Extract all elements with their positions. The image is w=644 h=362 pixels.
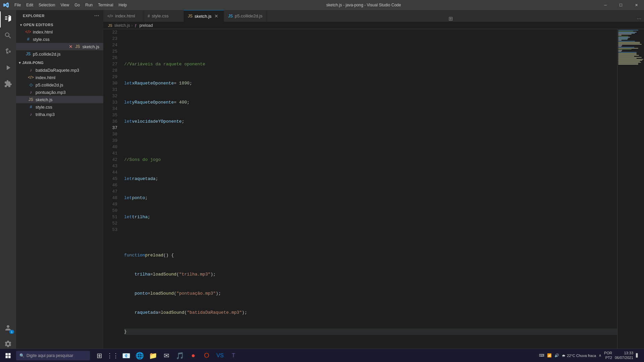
code-editor[interactable]: 22 23 24 25 26 27 28 29 30 31 32 33 34 3… — [103, 29, 644, 355]
menu-terminal[interactable]: Terminal — [95, 0, 116, 10]
file-style-css[interactable]: # style.css — [16, 103, 103, 111]
file-sketch-label: sketch.js — [36, 97, 53, 102]
taskbar-weather[interactable]: 🌧 22°C Chuva fraca — [560, 354, 597, 358]
file-batida-mp3[interactable]: ♪ batidaDaRaquete.mp3 — [16, 66, 103, 74]
code-line-36: raquetada = loadSound("batidaDaRaquete.m… — [124, 309, 617, 316]
folder-title: JAVA-PONG — [22, 61, 44, 65]
breadcrumb-section[interactable]: ƒ preload — [134, 23, 154, 28]
taskbar-mail-icon[interactable]: 📧 — [119, 349, 133, 362]
taskbar-mail2-icon[interactable]: ✉ — [160, 349, 173, 362]
ln-46: 46 — [103, 182, 117, 188]
taskbar-music-icon[interactable]: 🎵 — [173, 349, 186, 362]
taskbar-search[interactable]: 🔍 Digite aqui para pesquisar — [16, 351, 90, 360]
taskbar-teams-icon[interactable]: T — [227, 349, 240, 362]
explorer-title[interactable]: EXPLORER ··· — [16, 10, 103, 20]
css-sidebar-icon: # — [28, 104, 34, 110]
ln-40: 40 — [103, 144, 117, 150]
open-editor-sketch-js[interactable]: ✕ JS sketch.js — [16, 43, 103, 50]
vscode-icon — [0, 0, 12, 10]
open-editor-p5-label: p5.collide2d.js — [33, 52, 60, 57]
open-editor-p5-collide[interactable]: JS p5.collide2d.js — [16, 50, 103, 58]
extensions-icon[interactable] — [0, 76, 16, 92]
minimap-content — [618, 29, 644, 355]
code-content[interactable]: //Variáveis da raquete oponente let xRaq… — [120, 29, 617, 355]
ln-34: 34 — [103, 106, 117, 112]
ln-42: 42 — [103, 157, 117, 163]
editor-more-icon[interactable]: ··· — [634, 16, 644, 22]
menu-edit[interactable]: Edit — [23, 0, 36, 10]
file-index-html[interactable]: </> index.html — [16, 74, 103, 81]
explorer-icon[interactable] — [0, 11, 16, 27]
taskbar-edge-icon[interactable]: 🌐 — [133, 349, 146, 362]
tab-sketch-js[interactable]: JS sketch.js ✕ — [184, 10, 224, 22]
menu-run[interactable]: Run — [83, 0, 95, 10]
menu-help[interactable]: Help — [116, 0, 130, 10]
tab-style-css[interactable]: # style.css — [144, 10, 184, 22]
taskbar-chevron-icon[interactable]: ∧ — [597, 353, 603, 358]
taskbar-folder-icon[interactable]: 📁 — [146, 349, 160, 362]
source-control-icon[interactable] — [0, 44, 16, 60]
file-pontuacao-mp3[interactable]: ♪ pontuação.mp3 — [16, 88, 103, 96]
tab-js-icon: JS — [188, 14, 193, 18]
sketch-js-dirty-icon[interactable]: ✕ — [68, 44, 73, 49]
mp3-icon-pontuacao: ♪ — [28, 89, 34, 95]
search-activity-icon[interactable] — [0, 27, 16, 44]
folder-icon: </> — [28, 75, 34, 80]
ln-38: 38 — [103, 131, 117, 137]
taskbar-search-text: Digite aqui para pesquisar — [26, 353, 73, 358]
tab-p5-collide[interactable]: JS p5.collide2d.js — [224, 10, 267, 22]
editor-layout-icon[interactable]: ⊞ — [446, 15, 455, 22]
accounts-icon[interactable]: 1 — [0, 320, 16, 336]
folder-header[interactable]: ▾ JAVA-PONG — [16, 59, 103, 66]
taskbar-language[interactable]: POR PT2 — [603, 351, 613, 360]
start-button[interactable] — [1, 349, 15, 362]
menu-file[interactable]: File — [12, 0, 23, 10]
tab-index-html[interactable]: </> index.html — [103, 10, 144, 22]
menu-view[interactable]: View — [58, 0, 72, 10]
activity-bar-bottom: 1 — [0, 320, 16, 352]
taskbar-clock[interactable]: 13:33 06/07/2021 — [613, 351, 635, 360]
ln-47: 47 — [103, 188, 117, 195]
taskbar-chrome-icon[interactable]: ● — [186, 349, 200, 362]
folder-section: ▾ JAVA-PONG ♪ batidaDaRaquete.mp3 </> in… — [16, 59, 103, 118]
tab-close-sketch-js[interactable]: ✕ — [214, 13, 218, 19]
menu-selection[interactable]: Selection — [36, 0, 58, 10]
open-editor-index-html[interactable]: </> index.html — [16, 28, 103, 36]
taskbar-temp: 22°C Chuva fraca — [567, 354, 596, 358]
file-sketch-js[interactable]: JS sketch.js — [16, 96, 103, 103]
taskbar-view-icon[interactable]: ⊞ — [93, 349, 106, 362]
ln-28: 28 — [103, 67, 117, 74]
menu-go[interactable]: Go — [72, 0, 83, 10]
code-line-31: let trilha; — [124, 214, 617, 220]
taskbar-volume-icon[interactable]: 🔊 — [553, 353, 560, 358]
open-editors-section: ▾ OPEN EDITORS </> index.html # style.cs… — [16, 20, 103, 58]
file-p5-collide[interactable]: ◇ p5.collide2d.js — [16, 81, 103, 88]
taskbar-lang-bottom: PT2 — [604, 356, 612, 360]
open-editor-style-css[interactable]: # style.css — [16, 36, 103, 43]
taskbar-apps-icon[interactable]: ⋮⋮ — [106, 349, 119, 362]
taskbar-keyboard-icon[interactable]: ⌨ — [538, 353, 546, 358]
explorer-more-icon[interactable]: ··· — [94, 13, 99, 19]
taskbar-icons: ⊞ ⋮⋮ 📧 🌐 📁 ✉ 🎵 ● O VS T — [93, 349, 240, 362]
ln-49: 49 — [103, 201, 117, 207]
ln-48: 48 — [103, 195, 117, 201]
minimize-button[interactable]: ─ — [598, 0, 613, 10]
taskbar-network-icon[interactable]: 📶 — [546, 353, 553, 358]
open-editors-header[interactable]: ▾ OPEN EDITORS — [16, 20, 103, 28]
ln-31: 31 — [103, 86, 117, 93]
ln-52: 52 — [103, 220, 117, 227]
taskbar-vscode-icon[interactable]: VS — [213, 349, 227, 362]
taskbar-office-icon[interactable]: O — [200, 349, 213, 362]
file-trilha-mp3[interactable]: ♪ trilha.mp3 — [16, 111, 103, 118]
maximize-button[interactable]: ☐ — [613, 0, 629, 10]
ln-44: 44 — [103, 169, 117, 176]
breadcrumb-file-name[interactable]: sketch.js — [114, 23, 130, 28]
breadcrumb-section-name: preload — [140, 23, 153, 28]
tab-p5-icon: JS — [228, 14, 233, 18]
breadcrumb-file[interactable]: JS — [108, 23, 112, 27]
ln-45: 45 — [103, 176, 117, 182]
close-button[interactable]: ✕ — [629, 0, 644, 10]
show-desktop-button[interactable]: ▋ — [635, 353, 640, 358]
ln-22: 22 — [103, 29, 117, 36]
run-debug-icon[interactable] — [0, 60, 16, 76]
